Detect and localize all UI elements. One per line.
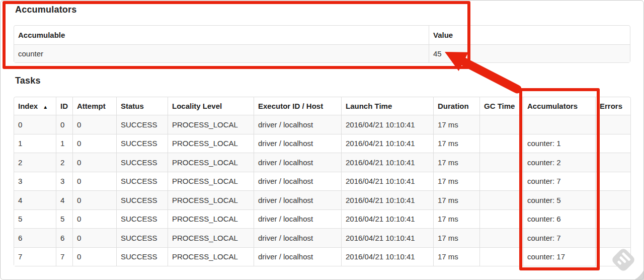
cell-duration: 17 ms — [433, 247, 479, 266]
cell-id: 7 — [56, 247, 72, 266]
cell-status: SUCCESS — [116, 209, 168, 229]
cell-launch-time: 2016/04/21 10:10:41 — [341, 247, 433, 266]
cell-id: 1 — [56, 134, 72, 153]
column-header-errors[interactable]: Errors — [595, 97, 630, 115]
column-header-duration[interactable]: Duration — [433, 97, 479, 115]
cell-duration: 17 ms — [433, 172, 479, 191]
cell-executor-id-host: driver / localhost — [254, 153, 341, 172]
cell-executor-id-host: driver / localhost — [254, 247, 341, 266]
cell-attempt: 0 — [72, 115, 116, 134]
cell-launch-time: 2016/04/21 10:10:41 — [341, 115, 433, 134]
cell-status: SUCCESS — [116, 134, 168, 153]
cell-locality-level: PROCESS_LOCAL — [168, 247, 254, 266]
cell-index: 2 — [14, 153, 56, 172]
cell-errors — [595, 153, 630, 172]
column-header-gc-time[interactable]: GC Time — [479, 97, 523, 115]
cell-executor-id-host: driver / localhost — [254, 228, 341, 247]
table-row: 4 4 0 SUCCESS PROCESS_LOCAL driver / loc… — [14, 190, 630, 209]
cell-index: 5 — [14, 209, 56, 229]
cell-duration: 17 ms — [433, 153, 479, 172]
cell-errors — [595, 115, 630, 134]
cell-gc-time — [479, 172, 523, 191]
column-header-index[interactable]: Index▲ — [14, 97, 56, 115]
table-row: 7 7 0 SUCCESS PROCESS_LOCAL driver / loc… — [14, 247, 630, 266]
table-row: 5 5 0 SUCCESS PROCESS_LOCAL driver / loc… — [14, 209, 630, 229]
cell-status: SUCCESS — [116, 153, 168, 172]
cell-index: 0 — [14, 115, 56, 134]
cell-locality-level: PROCESS_LOCAL — [168, 115, 254, 134]
cell-gc-time — [479, 115, 523, 134]
cell-status: SUCCESS — [116, 115, 168, 134]
cell-executor-id-host: driver / localhost — [254, 190, 341, 209]
column-header-value[interactable]: Value — [429, 26, 630, 44]
cell-status: SUCCESS — [116, 247, 168, 266]
cell-status: SUCCESS — [116, 228, 168, 247]
column-header-locality-level[interactable]: Locality Level — [168, 97, 254, 115]
column-header-accumulable[interactable]: Accumulable — [14, 26, 429, 44]
table-row: 1 1 0 SUCCESS PROCESS_LOCAL driver / loc… — [14, 134, 630, 153]
sort-ascending-icon: ▲ — [43, 104, 48, 110]
cell-executor-id-host: driver / localhost — [254, 134, 341, 153]
cell-attempt: 0 — [72, 209, 116, 229]
cell-duration: 17 ms — [433, 115, 479, 134]
column-header-executor-id-host[interactable]: Executor ID / Host — [254, 97, 341, 115]
cell-attempt: 0 — [72, 247, 116, 266]
cell-launch-time: 2016/04/21 10:10:41 — [341, 228, 433, 247]
cell-accumulators: counter: 7 — [523, 228, 595, 247]
cell-launch-time: 2016/04/21 10:10:41 — [341, 153, 433, 172]
table-row: 2 2 0 SUCCESS PROCESS_LOCAL driver / loc… — [14, 153, 630, 172]
cell-accumulators — [523, 115, 595, 134]
cell-gc-time — [479, 228, 523, 247]
cell-errors — [595, 228, 630, 247]
cell-executor-id-host: driver / localhost — [254, 209, 341, 229]
accumulable-table-header-row: Accumulable Value — [14, 26, 630, 44]
column-header-id[interactable]: ID — [56, 97, 72, 115]
cell-locality-level: PROCESS_LOCAL — [168, 190, 254, 209]
table-row: 6 6 0 SUCCESS PROCESS_LOCAL driver / loc… — [14, 228, 630, 247]
cell-errors — [595, 190, 630, 209]
cell-accumulable-value: 45 — [429, 44, 630, 62]
cell-launch-time: 2016/04/21 10:10:41 — [341, 134, 433, 153]
cell-gc-time — [479, 209, 523, 229]
accumulable-table: Accumulable Value counter 45 — [14, 25, 630, 63]
table-row: 0 0 0 SUCCESS PROCESS_LOCAL driver / loc… — [14, 115, 630, 134]
tasks-table-header-row: Index▲ ID Attempt Status Locality Level … — [14, 97, 630, 115]
cell-gc-time — [479, 190, 523, 209]
cell-index: 4 — [14, 190, 56, 209]
cell-id: 6 — [56, 228, 72, 247]
cell-attempt: 0 — [72, 228, 116, 247]
corner-watermark-fragment-icon — [631, 269, 644, 280]
column-header-accumulators[interactable]: Accumulators — [523, 97, 595, 115]
column-header-attempt[interactable]: Attempt — [72, 97, 116, 115]
cell-duration: 17 ms — [433, 209, 479, 229]
cell-executor-id-host: driver / localhost — [254, 115, 341, 134]
cell-id: 3 — [56, 172, 72, 191]
cell-launch-time: 2016/04/21 10:10:41 — [341, 209, 433, 229]
cell-attempt: 0 — [72, 153, 116, 172]
cell-status: SUCCESS — [116, 172, 168, 191]
cell-index: 3 — [14, 172, 56, 191]
cell-index: 7 — [14, 247, 56, 266]
cell-index: 6 — [14, 228, 56, 247]
cell-locality-level: PROCESS_LOCAL — [168, 228, 254, 247]
cell-locality-level: PROCESS_LOCAL — [168, 209, 254, 229]
cell-errors — [595, 172, 630, 191]
cell-duration: 17 ms — [433, 190, 479, 209]
cell-gc-time — [479, 134, 523, 153]
cell-accumulators: counter: 6 — [523, 209, 595, 229]
cell-errors — [595, 247, 630, 266]
cell-accumulators: counter: 2 — [523, 153, 595, 172]
column-header-status[interactable]: Status — [116, 97, 168, 115]
column-header-launch-time[interactable]: Launch Time — [341, 97, 433, 115]
cell-status: SUCCESS — [116, 190, 168, 209]
cell-locality-level: PROCESS_LOCAL — [168, 153, 254, 172]
cell-gc-time — [479, 153, 523, 172]
cell-errors — [595, 134, 630, 153]
cell-launch-time: 2016/04/21 10:10:41 — [341, 190, 433, 209]
cell-launch-time: 2016/04/21 10:10:41 — [341, 172, 433, 191]
cell-executor-id-host: driver / localhost — [254, 172, 341, 191]
cell-id: 4 — [56, 190, 72, 209]
column-header-index-label: Index — [18, 102, 38, 110]
cell-attempt: 0 — [72, 172, 116, 191]
cell-id: 2 — [56, 153, 72, 172]
